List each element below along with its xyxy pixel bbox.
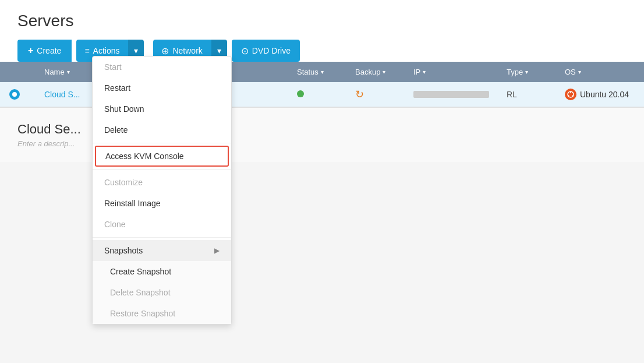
col-backup[interactable]: Backup ▾	[355, 68, 413, 76]
header-area: Servers + Create ≡ Actions ▾ ⊕	[0, 0, 644, 62]
col-ip-sort-icon: ▾	[423, 69, 426, 75]
menu-divider-1	[93, 143, 231, 143]
col-os[interactable]: OS ▾	[565, 68, 635, 76]
col-type-label: Type	[507, 68, 523, 76]
menu-item-reinstall[interactable]: Reinstall Image	[93, 193, 231, 214]
network-label: Network	[172, 46, 202, 55]
menu-item-kvm-label: Access KVM Console	[105, 151, 184, 161]
menu-item-restart[interactable]: Restart	[93, 77, 231, 98]
radio-selected-icon	[9, 89, 20, 100]
actions-caret-icon: ▾	[134, 46, 138, 55]
menu-item-create-snapshot-label: Create Snapshot	[110, 267, 171, 276]
menu-item-restart-label: Restart	[104, 83, 130, 93]
page-title: Servers	[17, 12, 627, 30]
create-button[interactable]: + Create	[17, 40, 72, 62]
status-active-icon	[297, 90, 304, 97]
snapshots-caret-icon: ▶	[214, 246, 220, 255]
svg-point-1	[570, 91, 572, 93]
menu-item-clone-label: Clone	[104, 220, 126, 229]
menu-item-start-label: Start	[104, 62, 122, 72]
col-status-sort-icon: ▾	[321, 69, 324, 75]
col-type-sort-icon: ▾	[525, 69, 528, 75]
menu-item-shutdown-label: Shut Down	[104, 104, 144, 114]
col-os-label: OS	[565, 68, 576, 76]
col-status[interactable]: Status ▾	[297, 68, 355, 76]
row-os: Ubuntu 20.04	[565, 89, 635, 100]
page: Servers + Create ≡ Actions ▾ ⊕	[0, 0, 644, 363]
backup-icon: ↻	[355, 89, 364, 100]
menu-item-snapshots-label: Snapshots	[104, 246, 143, 255]
menu-item-restore-snapshot: Restore Snapshot	[93, 303, 231, 324]
ip-blurred	[413, 91, 489, 98]
menu-item-delete-label: Delete	[104, 125, 128, 135]
menu-item-restore-snapshot-label: Restore Snapshot	[110, 309, 175, 318]
row-backup: ↻	[355, 88, 413, 101]
menu-item-kvm-console[interactable]: Access KVM Console	[95, 146, 229, 167]
svg-point-2	[568, 95, 569, 97]
menu-item-clone: Clone	[93, 214, 231, 235]
os-label: Ubuntu 20.04	[580, 90, 629, 99]
radio-inner	[12, 92, 17, 97]
actions-dropdown-menu: Start Restart Shut Down Delete Access KV…	[92, 56, 232, 325]
col-name-sort-icon: ▾	[67, 69, 70, 75]
menu-item-reinstall-label: Reinstall Image	[104, 199, 161, 208]
svg-point-3	[572, 95, 574, 97]
col-status-label: Status	[297, 68, 319, 76]
col-type[interactable]: Type ▾	[507, 68, 565, 76]
col-ip-label: IP	[413, 68, 420, 76]
row-type: RL	[507, 90, 565, 99]
grid-icon: ≡	[84, 46, 89, 55]
row-status	[297, 90, 355, 99]
menu-item-create-snapshot[interactable]: Create Snapshot	[93, 261, 231, 282]
actions-label: Actions	[93, 46, 120, 55]
create-label: Create	[37, 46, 61, 55]
row-ip	[413, 91, 507, 98]
menu-divider-3	[93, 237, 231, 238]
menu-item-shutdown[interactable]: Shut Down	[93, 98, 231, 119]
network-caret-icon: ▾	[217, 46, 221, 55]
menu-item-delete-snapshot-label: Delete Snapshot	[110, 288, 171, 297]
menu-item-customize: Customize	[93, 172, 231, 193]
menu-item-customize-label: Customize	[104, 178, 143, 187]
col-backup-label: Backup	[355, 68, 380, 76]
menu-item-start: Start	[93, 57, 231, 77]
network-icon: ⊕	[161, 45, 169, 57]
col-select	[9, 68, 44, 76]
col-os-sort-icon: ▾	[578, 69, 581, 75]
col-ip[interactable]: IP ▾	[413, 68, 507, 76]
menu-item-snapshots[interactable]: Snapshots ▶	[93, 240, 231, 261]
row-radio[interactable]	[9, 89, 44, 100]
menu-item-delete[interactable]: Delete	[93, 119, 231, 140]
menu-divider-2	[93, 169, 231, 170]
dvd-label: DVD Drive	[252, 46, 291, 55]
col-backup-sort-icon: ▾	[383, 69, 385, 75]
col-name-label: Name	[44, 68, 65, 76]
plus-icon: +	[28, 45, 33, 56]
dvd-icon: ⊙	[241, 45, 249, 57]
menu-item-delete-snapshot: Delete Snapshot	[93, 282, 231, 303]
ubuntu-icon	[565, 89, 576, 100]
dvd-button[interactable]: ⊙ DVD Drive	[232, 40, 300, 62]
